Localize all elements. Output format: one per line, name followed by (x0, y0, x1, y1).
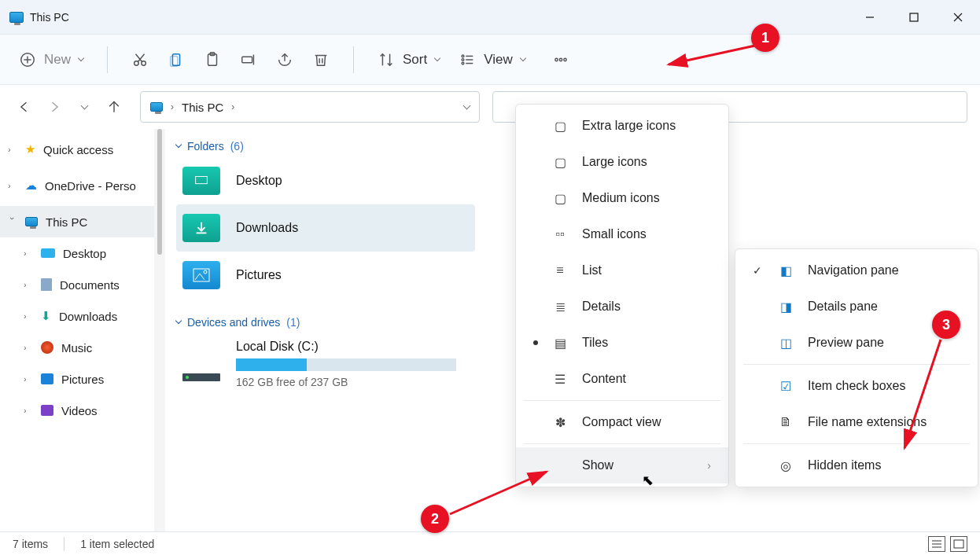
sidebar-item-this-pc[interactable]: › This PC (0, 206, 154, 237)
sidebar-item-label: Music (61, 341, 92, 355)
rename-button[interactable] (240, 51, 257, 68)
cursor-icon: ⬉ (642, 472, 654, 489)
sidebar-item-downloads[interactable]: › ⬇ Downloads (0, 300, 154, 332)
extra-large-icons-icon: ▢ (552, 119, 568, 134)
cut-button[interactable] (131, 51, 149, 68)
view-button[interactable]: View (459, 51, 525, 68)
compact-view-icon: ✽ (552, 415, 568, 430)
menu-item-medium-icons[interactable]: ▢Medium icons (516, 180, 728, 216)
folder-pictures[interactable]: Pictures (176, 252, 475, 299)
menu-item-checkboxes[interactable]: ☑Item check boxes (735, 368, 978, 404)
sidebar-item-quick-access[interactable]: › ★ Quick access (0, 134, 154, 165)
recent-locations-button[interactable] (72, 95, 96, 119)
breadcrumb-root[interactable]: This PC (182, 101, 223, 114)
status-item-count: 7 items (13, 538, 48, 550)
check-icon: ✓ (753, 264, 764, 277)
share-button[interactable] (276, 51, 293, 68)
up-button[interactable] (102, 95, 126, 119)
forward-button[interactable] (42, 95, 66, 119)
drive-usage-bar (236, 358, 456, 371)
svg-rect-15 (242, 57, 252, 62)
menu-item-hidden-items[interactable]: ◎Hidden items (735, 447, 978, 483)
minimize-button[interactable] (848, 0, 892, 35)
delete-button[interactable] (312, 51, 330, 68)
sidebar-item-label: Documents (60, 278, 120, 292)
sidebar-item-onedrive[interactable]: › ☁ OneDrive - Perso (0, 170, 154, 201)
section-count: (1) (286, 316, 300, 329)
content-icon: ☰ (552, 372, 568, 387)
view-menu: ▢Extra large icons ▢Large icons ▢Medium … (515, 104, 729, 487)
drive-free-space: 162 GB free of 237 GB (236, 376, 469, 388)
more-button[interactable] (552, 51, 569, 68)
music-icon (41, 341, 53, 354)
details-pane-icon: ◨ (778, 300, 794, 314)
menu-item-tiles[interactable]: ▤Tiles (516, 325, 728, 361)
menu-item-small-icons[interactable]: ▫▫Small icons (516, 216, 728, 252)
this-pc-icon (150, 102, 163, 112)
folder-label: Downloads (236, 221, 298, 235)
svg-rect-12 (171, 56, 178, 66)
sidebar-item-label: Videos (61, 404, 98, 417)
this-pc-icon (9, 12, 24, 23)
hidden-items-icon: ◎ (778, 458, 794, 473)
menu-item-compact-view[interactable]: ✽Compact view (516, 404, 728, 440)
medium-icons-icon: ▢ (552, 191, 568, 206)
sidebar-item-label: Quick access (43, 143, 113, 156)
chevron-down-icon[interactable] (463, 101, 471, 109)
sidebar-item-pictures[interactable]: › Pictures (0, 363, 154, 395)
drive-label: Local Disk (C:) (236, 340, 469, 354)
new-button[interactable]: New (19, 51, 83, 68)
sidebar-item-music[interactable]: › Music (0, 332, 154, 363)
sidebar-item-videos[interactable]: › Videos (0, 395, 154, 426)
svg-point-25 (555, 58, 558, 61)
svg-point-21 (462, 58, 464, 61)
sidebar-item-documents[interactable]: › Documents (0, 269, 154, 300)
address-bar-row: › This PC › (0, 85, 980, 129)
folder-desktop[interactable]: Desktop (176, 157, 475, 204)
disk-icon (182, 373, 220, 381)
cloud-icon: ☁ (25, 178, 37, 193)
desktop-folder-icon (182, 167, 220, 195)
pictures-icon (41, 373, 53, 384)
close-button[interactable] (936, 0, 980, 35)
star-icon: ★ (25, 142, 35, 156)
menu-item-extra-large-icons[interactable]: ▢Extra large icons (516, 108, 728, 144)
chevron-right-icon: › (707, 459, 711, 472)
menu-item-show[interactable]: Show› (516, 447, 728, 483)
checkboxes-icon: ☑ (778, 379, 794, 394)
sidebar-item-label: Desktop (63, 247, 106, 260)
titlebar: This PC (0, 0, 980, 35)
menu-item-content[interactable]: ☰Content (516, 361, 728, 397)
section-label: Devices and drives (187, 316, 280, 329)
sidebar-item-desktop[interactable]: › Desktop (0, 237, 154, 269)
sort-button[interactable]: Sort (378, 51, 440, 68)
paste-button[interactable] (204, 51, 221, 68)
preview-pane-icon: ◫ (778, 336, 794, 351)
this-pc-icon (25, 217, 38, 226)
callout-2: 2 (421, 505, 449, 533)
drive-c[interactable]: Local Disk (C:) 162 GB free of 237 GB (176, 333, 475, 395)
address-bar[interactable]: › This PC › (140, 91, 480, 123)
file-extensions-icon: 🗎 (778, 415, 794, 429)
downloads-folder-icon (182, 214, 220, 242)
sidebar-item-label: Downloads (59, 310, 117, 323)
menu-item-list[interactable]: ≡List (516, 252, 728, 289)
view-label: View (484, 52, 513, 68)
svg-rect-1 (910, 13, 918, 21)
folder-downloads[interactable]: Downloads (176, 204, 475, 252)
folder-label: Desktop (236, 174, 282, 188)
maximize-button[interactable] (892, 0, 936, 35)
menu-item-navigation-pane[interactable]: ✓◧Navigation pane (735, 252, 978, 289)
menu-item-large-icons[interactable]: ▢Large icons (516, 144, 728, 180)
menu-item-details[interactable]: ≣Details (516, 289, 728, 325)
details-layout-button[interactable] (928, 536, 945, 552)
navigation-pane-icon: ◧ (778, 263, 794, 278)
videos-icon (41, 405, 53, 416)
folder-label: Pictures (236, 268, 282, 282)
copy-button[interactable] (168, 51, 185, 68)
status-bar: 7 items 1 item selected (0, 531, 980, 555)
back-button[interactable] (13, 95, 36, 119)
sidebar-scrollbar[interactable] (154, 129, 165, 531)
menu-item-file-extensions[interactable]: 🗎File name extensions (735, 404, 978, 440)
thumbnails-layout-button[interactable] (950, 536, 967, 552)
